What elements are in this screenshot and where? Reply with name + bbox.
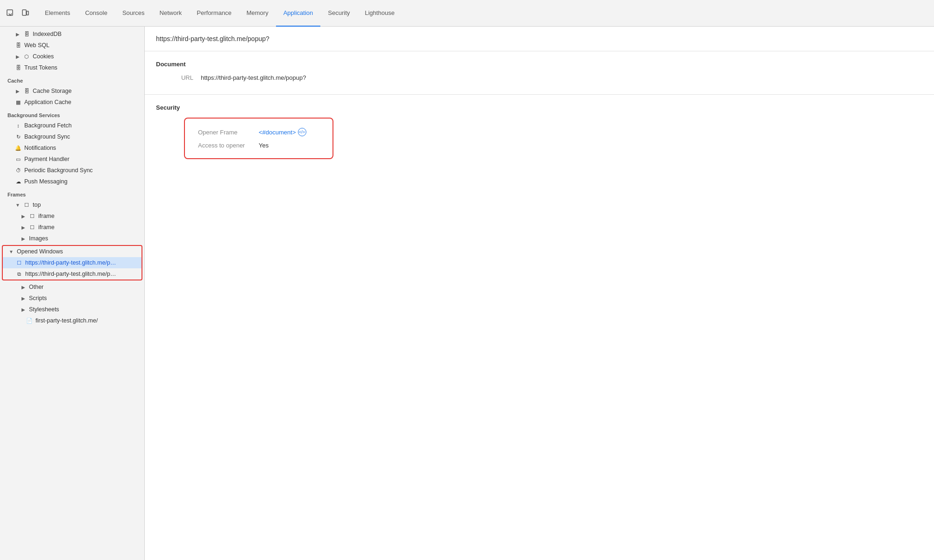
sidebar-item-iframe1[interactable]: ☐ iframe <box>0 210 144 222</box>
sidebar-item-cache-storage[interactable]: 🗄 Cache Storage <box>0 85 144 97</box>
tab-application[interactable]: Application <box>276 0 321 27</box>
sidebar-item-cookies[interactable]: ⬡ Cookies <box>0 51 144 62</box>
tab-console[interactable]: Console <box>78 0 115 27</box>
sidebar-item-background-fetch[interactable]: ↕ Background Fetch <box>0 120 144 131</box>
arrow-icon <box>21 284 26 290</box>
sidebar-section-bg-services: Background Services <box>0 108 144 120</box>
sidebar-section-cache: Cache <box>0 73 144 85</box>
opener-frame-label: Opener Frame <box>198 129 259 136</box>
sidebar-item-stylesheets[interactable]: Stylesheets <box>0 304 144 315</box>
payment-handler-icon: ▭ <box>15 156 21 162</box>
sidebar-label-images: Images <box>29 235 48 242</box>
file-icon: 📄 <box>26 317 33 324</box>
code-icon: </> <box>298 128 306 136</box>
sidebar-item-window1[interactable]: ☐ https://third-party-test.glitch.me/pop… <box>3 257 142 268</box>
sidebar-label-top: top <box>33 202 41 208</box>
inspect-icon[interactable] <box>4 7 17 20</box>
arrow-icon <box>21 224 26 230</box>
opener-frame-row: Opener Frame <#document> </> <box>198 128 319 136</box>
sidebar-item-first-party[interactable]: 📄 first-party-test.glitch.me/ <box>0 315 144 326</box>
arrow-icon <box>21 295 26 301</box>
arrow-icon <box>15 88 21 94</box>
content-url: https://third-party-test.glitch.me/popup… <box>156 35 269 42</box>
sidebar-label-window2: https://third-party-test.glitch.me/popup… <box>25 271 119 277</box>
sidebar-label-periodic-bg-sync: Periodic Background Sync <box>24 167 93 174</box>
app-cache-icon: ▦ <box>15 99 21 105</box>
frame-icon: ☐ <box>23 202 30 208</box>
access-opener-value: Yes <box>259 142 269 149</box>
cookies-icon: ⬡ <box>23 53 30 60</box>
sidebar-label-scripts: Scripts <box>29 295 47 301</box>
sidebar-item-scripts[interactable]: Scripts <box>0 293 144 304</box>
sidebar-section-frames: Frames <box>0 187 144 199</box>
sidebar-item-websql[interactable]: 🗄 Web SQL <box>0 40 144 51</box>
background-fetch-icon: ↕ <box>15 122 21 129</box>
tab-lighthouse[interactable]: Lighthouse <box>357 0 402 27</box>
device-icon[interactable] <box>19 7 32 20</box>
push-messaging-icon: ☁ <box>15 178 21 185</box>
sidebar-label-first-party: first-party-test.glitch.me/ <box>35 317 98 324</box>
iframe-icon: ☐ <box>29 213 35 219</box>
window1-icon: ☐ <box>16 259 22 266</box>
sidebar: 🗄 IndexedDB 🗄 Web SQL ⬡ Cookies 🗄 Trust … <box>0 27 145 560</box>
arrow-icon <box>21 213 26 219</box>
opened-windows-group: Opened Windows ☐ https://third-party-tes… <box>2 245 142 280</box>
tab-security[interactable]: Security <box>320 0 357 27</box>
document-section: Document URL https://third-party-test.gl… <box>145 51 934 95</box>
indexeddb-icon: 🗄 <box>23 31 30 37</box>
sidebar-item-opened-windows[interactable]: Opened Windows <box>3 246 142 257</box>
tab-network[interactable]: Network <box>152 0 190 27</box>
devtools-icons <box>4 7 32 20</box>
sidebar-item-application-cache[interactable]: ▦ Application Cache <box>0 97 144 108</box>
tab-bar: Elements Console Sources Network Perform… <box>0 0 934 27</box>
sidebar-item-push-messaging[interactable]: ☁ Push Messaging <box>0 176 144 187</box>
url-field-value: https://third-party-test.glitch.me/popup… <box>201 74 306 81</box>
sidebar-label-push-messaging: Push Messaging <box>24 178 67 185</box>
sidebar-item-iframe2[interactable]: ☐ iframe <box>0 222 144 233</box>
security-heading: Security <box>156 104 923 111</box>
sidebar-item-background-sync[interactable]: ↻ Background Sync <box>0 131 144 142</box>
window2-icon: ⧉ <box>16 271 22 277</box>
sidebar-label-window1: https://third-party-test.glitch.me/popup… <box>25 259 119 266</box>
tab-elements[interactable]: Elements <box>37 0 78 27</box>
sidebar-item-notifications[interactable]: 🔔 Notifications <box>0 142 144 154</box>
arrow-icon <box>21 236 26 241</box>
sidebar-item-images[interactable]: Images <box>0 233 144 244</box>
arrow-icon <box>8 249 14 254</box>
sidebar-label-background-fetch: Background Fetch <box>24 122 71 129</box>
opener-frame-value: <#document> <box>259 129 296 136</box>
cache-storage-icon: 🗄 <box>23 88 30 94</box>
sidebar-item-indexeddb[interactable]: 🗄 IndexedDB <box>0 28 144 40</box>
sidebar-item-payment-handler[interactable]: ▭ Payment Handler <box>0 154 144 165</box>
main-layout: 🗄 IndexedDB 🗄 Web SQL ⬡ Cookies 🗄 Trust … <box>0 27 934 560</box>
periodic-bg-sync-icon: ⏱ <box>15 167 21 174</box>
content-url-bar: https://third-party-test.glitch.me/popup… <box>145 27 934 51</box>
notifications-icon: 🔔 <box>15 145 21 151</box>
svg-rect-2 <box>27 11 28 15</box>
sidebar-item-top[interactable]: ☐ top <box>0 199 144 210</box>
sidebar-item-other[interactable]: Other <box>0 281 144 293</box>
arrow-icon <box>15 54 21 59</box>
tab-memory[interactable]: Memory <box>239 0 276 27</box>
arrow-icon <box>15 31 21 37</box>
opener-frame-link[interactable]: <#document> </> <box>259 128 306 136</box>
sidebar-item-periodic-bg-sync[interactable]: ⏱ Periodic Background Sync <box>0 165 144 176</box>
sidebar-label-background-sync: Background Sync <box>24 133 70 140</box>
sidebar-item-trust-tokens[interactable]: 🗄 Trust Tokens <box>0 62 144 73</box>
sidebar-label-other: Other <box>29 284 43 290</box>
arrow-icon <box>15 202 21 208</box>
websql-icon: 🗄 <box>15 42 21 49</box>
sidebar-label-trust-tokens: Trust Tokens <box>24 64 57 71</box>
tab-performance[interactable]: Performance <box>189 0 239 27</box>
document-heading: Document <box>156 61 923 68</box>
sidebar-label-indexeddb: IndexedDB <box>33 31 62 37</box>
sidebar-label-iframe2: iframe <box>38 224 55 231</box>
trust-tokens-icon: 🗄 <box>15 64 21 71</box>
access-opener-label: Access to opener <box>198 142 259 149</box>
background-sync-icon: ↻ <box>15 133 21 140</box>
tab-sources[interactable]: Sources <box>115 0 152 27</box>
security-box: Opener Frame <#document> </> Access to o… <box>184 118 333 159</box>
sidebar-item-window2[interactable]: ⧉ https://third-party-test.glitch.me/pop… <box>3 268 142 280</box>
sidebar-label-opened-windows: Opened Windows <box>17 248 63 255</box>
sidebar-label-stylesheets: Stylesheets <box>29 306 59 313</box>
